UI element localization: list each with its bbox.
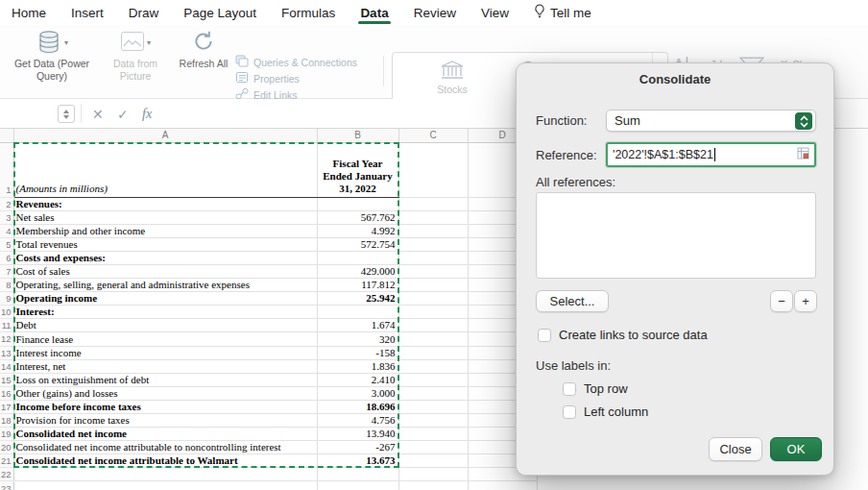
cell-c15[interactable] [398,373,468,386]
cell-a15[interactable]: Loss on extinguishment of debt [13,373,317,386]
cell-b20[interactable]: -267 [317,441,398,454]
cell-a2[interactable]: Revenues: [13,197,317,210]
tab-formulas[interactable]: Formulas [281,6,335,20]
tab-data[interactable]: Data [360,6,388,20]
row-header-19[interactable]: 19 [0,428,13,441]
row-header-4[interactable]: 4 [0,224,13,237]
row-header-15[interactable]: 15 [0,373,13,386]
range-selector-icon[interactable] [797,147,809,162]
cell-c18[interactable] [398,414,468,428]
row-header-7[interactable]: 7 [0,264,13,278]
name-box-stepper[interactable] [58,105,75,123]
get-data-button[interactable]: ▾ Get Data (Power Query) [6,29,98,82]
cell-a6[interactable]: Costs and expenses: [13,251,317,264]
row-header-16[interactable]: 16 [0,386,13,400]
cell-a22[interactable] [13,468,317,481]
cell-a19[interactable]: Consolidated net income [13,428,317,441]
col-header-b[interactable]: B [317,129,398,142]
cell-c5[interactable] [398,237,468,251]
row-header-3[interactable]: 3 [0,210,13,224]
row-header-2[interactable]: 2 [0,197,13,210]
col-header-a[interactable]: A [13,129,317,142]
cell-b17[interactable]: 18.696 [317,400,398,413]
cell-b2[interactable] [317,197,398,210]
tab-draw[interactable]: Draw [129,6,159,20]
row-header-6[interactable]: 6 [0,251,13,264]
cell-b14[interactable]: 1.836 [317,359,398,373]
data-from-picture-button[interactable]: ▾ Data from Picture [100,29,171,82]
row-header-14[interactable]: 14 [0,359,13,373]
row-header-17[interactable]: 17 [0,400,13,413]
tab-insert[interactable]: Insert [71,6,104,20]
cell-c10[interactable] [398,306,468,319]
tab-view[interactable]: View [481,6,509,20]
cell-a11[interactable]: Debt [13,319,317,332]
cell-b6[interactable] [317,251,398,264]
cell-b1[interactable]: Fiscal Year Ended January 31, 2022 [317,142,398,197]
remove-reference-button[interactable]: − [770,290,793,312]
function-select[interactable]: Sum [606,110,816,132]
select-all-corner[interactable] [0,129,13,142]
cell-c21[interactable] [398,454,468,468]
cell-a5[interactable]: Total revenues [13,237,317,251]
cell-b18[interactable]: 4.756 [317,414,398,428]
cell-c9[interactable] [398,292,468,306]
row-header-23[interactable]: 23 [0,481,13,490]
row-header-11[interactable]: 11 [0,319,13,332]
tab-home[interactable]: Home [12,6,46,20]
cell-c23[interactable] [398,481,468,490]
add-reference-button[interactable]: + [794,290,817,312]
row-header-18[interactable]: 18 [0,414,13,428]
cell-b11[interactable]: 1.674 [317,319,398,332]
row-header-21[interactable]: 21 [0,454,13,468]
cell-b16[interactable]: 3.000 [317,386,398,400]
row-header-12[interactable]: 12 [0,332,13,346]
cell-c22[interactable] [398,468,468,481]
cell-b4[interactable]: 4.992 [317,224,398,237]
row-header-20[interactable]: 20 [0,441,13,454]
cell-b23[interactable] [317,481,398,490]
cell-a20[interactable]: Consolidated net income attributable to … [13,441,317,454]
cell-c2[interactable] [398,197,468,210]
enter-button[interactable]: ✓ [117,99,129,129]
cell-c3[interactable] [398,210,468,224]
cell-b8[interactable]: 117.812 [317,279,398,292]
cell-c1[interactable] [398,142,468,197]
cell-a10[interactable]: Interest: [13,306,317,319]
cell-a16[interactable]: Other (gains) and losses [13,386,317,400]
cell-b10[interactable] [317,306,398,319]
tab-page-layout[interactable]: Page Layout [183,6,256,20]
cell-c11[interactable] [398,319,468,332]
row-header-9[interactable]: 9 [0,292,13,306]
cell-c13[interactable] [398,346,468,359]
row-header-5[interactable]: 5 [0,237,13,251]
close-button[interactable]: Close [709,437,762,461]
cell-b13[interactable]: -158 [317,346,398,359]
col-header-c[interactable]: C [398,129,468,142]
cell-a17[interactable]: Income before income taxes [13,400,317,413]
cell-c16[interactable] [398,386,468,400]
cell-b19[interactable]: 13.940 [317,428,398,441]
cell-c12[interactable] [398,332,468,346]
queries-connections-button[interactable]: Queries & Connections [235,55,357,69]
select-button[interactable]: Select... [536,290,609,312]
all-references-listbox[interactable] [536,192,816,279]
cell-b15[interactable]: 2.410 [317,373,398,386]
row-header-8[interactable]: 8 [0,279,13,292]
cell-b7[interactable]: 429.000 [317,264,398,278]
row-header-10[interactable]: 10 [0,306,13,319]
cell-b5[interactable]: 572.754 [317,237,398,251]
cell-c14[interactable] [398,359,468,373]
cell-a21[interactable]: Consolidated net income attributable to … [13,454,317,468]
cancel-button[interactable]: ✕ [92,99,104,129]
tab-review[interactable]: Review [414,6,456,20]
cell-a3[interactable]: Net sales [13,210,317,224]
cell-a4[interactable]: Membership and other income [13,224,317,237]
row-header-1[interactable]: 1 [0,142,13,197]
cell-c7[interactable] [398,264,468,278]
cell-d23[interactable] [468,481,537,490]
cell-c8[interactable] [398,279,468,292]
cell-c17[interactable] [398,400,468,413]
ok-button[interactable]: OK [770,437,822,461]
cell-a13[interactable]: Interest income [13,346,317,359]
